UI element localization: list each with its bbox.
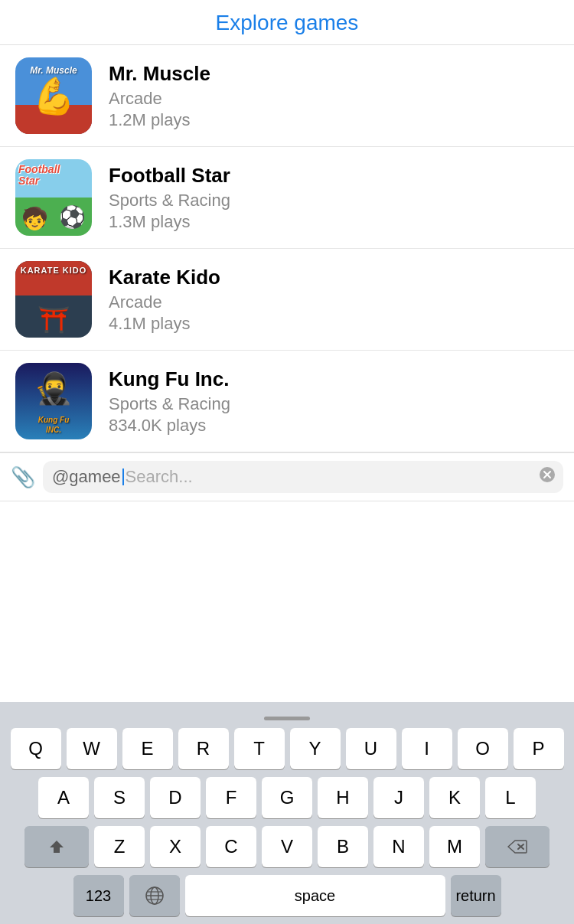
key-space[interactable]: space [185, 875, 445, 916]
game-list: Mr. Muscle 💪 Mr. Muscle Arcade 1.2M play… [0, 45, 574, 452]
header-title[interactable]: Explore games [216, 11, 359, 34]
key-c[interactable]: C [206, 826, 256, 867]
key-numbers[interactable]: 123 [73, 875, 124, 916]
game-genre: Sports & Racing [109, 191, 230, 211]
key-a[interactable]: A [38, 777, 89, 818]
key-y[interactable]: Y [290, 728, 341, 769]
key-backspace[interactable] [485, 826, 550, 867]
key-l[interactable]: L [485, 777, 536, 818]
game-plays: 1.2M plays [109, 110, 210, 130]
game-info: Karate Kido Arcade 4.1M plays [109, 266, 220, 334]
keyboard-row-3: Z X C V B N M [3, 826, 571, 867]
game-info: Mr. Muscle Arcade 1.2M plays [109, 62, 210, 130]
key-n[interactable]: N [373, 826, 424, 867]
key-m[interactable]: M [429, 826, 480, 867]
explore-games-header: Explore games [0, 0, 574, 45]
attach-icon[interactable]: 📎 [11, 465, 35, 489]
key-b[interactable]: B [318, 826, 368, 867]
key-o[interactable]: O [458, 728, 508, 769]
key-t[interactable]: T [234, 728, 285, 769]
key-f[interactable]: F [206, 777, 256, 818]
key-j[interactable]: J [373, 777, 424, 818]
key-g[interactable]: G [262, 777, 312, 818]
game-name: Karate Kido [109, 266, 220, 289]
swipe-indicator [3, 710, 571, 723]
keyboard-row-2: A S D F G H J K L [3, 777, 571, 818]
search-bar-container: 📎 @gamee Search... [0, 452, 574, 501]
keyboard-row-4: 123 space return [3, 875, 571, 916]
key-i[interactable]: I [402, 728, 452, 769]
game-name: Mr. Muscle [109, 62, 210, 86]
game-plays: 4.1M plays [109, 314, 220, 334]
search-input-wrapper[interactable]: @gamee Search... [43, 461, 563, 493]
game-plays: 834.0K plays [109, 416, 230, 436]
list-item[interactable]: 🥷 Kung FuINC. Kung Fu Inc. Sports & Raci… [0, 351, 574, 452]
game-info: Football Star Sports & Racing 1.3M plays [109, 164, 230, 232]
game-genre: Sports & Racing [109, 394, 230, 414]
key-p[interactable]: P [514, 728, 564, 769]
key-h[interactable]: H [318, 777, 368, 818]
list-item[interactable]: KARATE KIDO ⛩️ Karate Kido Arcade 4.1M p… [0, 249, 574, 351]
keyboard: Q W E R T Y U I O P A S D F G H J K L Z … [0, 702, 574, 924]
game-info: Kung Fu Inc. Sports & Racing 834.0K play… [109, 367, 230, 436]
key-s[interactable]: S [94, 777, 145, 818]
search-placeholder: Search... [126, 467, 193, 487]
list-item[interactable]: FootballStar 🧒 ⚽ Football Star Sports & … [0, 147, 574, 249]
game-thumbnail-kung-fu-inc: 🥷 Kung FuINC. [15, 363, 92, 439]
key-shift[interactable] [24, 826, 89, 867]
key-globe[interactable] [129, 875, 180, 916]
game-genre: Arcade [109, 292, 220, 312]
game-plays: 1.3M plays [109, 212, 230, 232]
search-clear-icon[interactable] [539, 466, 556, 488]
key-r[interactable]: R [178, 728, 229, 769]
key-x[interactable]: X [150, 826, 201, 867]
key-u[interactable]: U [346, 728, 396, 769]
game-name: Football Star [109, 164, 230, 188]
list-item[interactable]: Mr. Muscle 💪 Mr. Muscle Arcade 1.2M play… [0, 45, 574, 147]
key-k[interactable]: K [429, 777, 480, 818]
search-prefix: @gamee [52, 467, 121, 487]
search-cursor [122, 469, 124, 485]
key-w[interactable]: W [67, 728, 117, 769]
game-thumbnail-karate-kido: KARATE KIDO ⛩️ [15, 261, 92, 338]
key-q[interactable]: Q [11, 728, 61, 769]
key-e[interactable]: E [122, 728, 173, 769]
game-thumbnail-football-star: FootballStar 🧒 ⚽ [15, 159, 92, 236]
key-return[interactable]: return [451, 875, 501, 916]
game-name: Kung Fu Inc. [109, 367, 230, 391]
game-genre: Arcade [109, 89, 210, 109]
key-d[interactable]: D [150, 777, 201, 818]
game-thumbnail-mr-muscle: Mr. Muscle 💪 [15, 57, 92, 134]
keyboard-row-1: Q W E R T Y U I O P [3, 728, 571, 769]
key-v[interactable]: V [262, 826, 312, 867]
key-z[interactable]: Z [94, 826, 145, 867]
